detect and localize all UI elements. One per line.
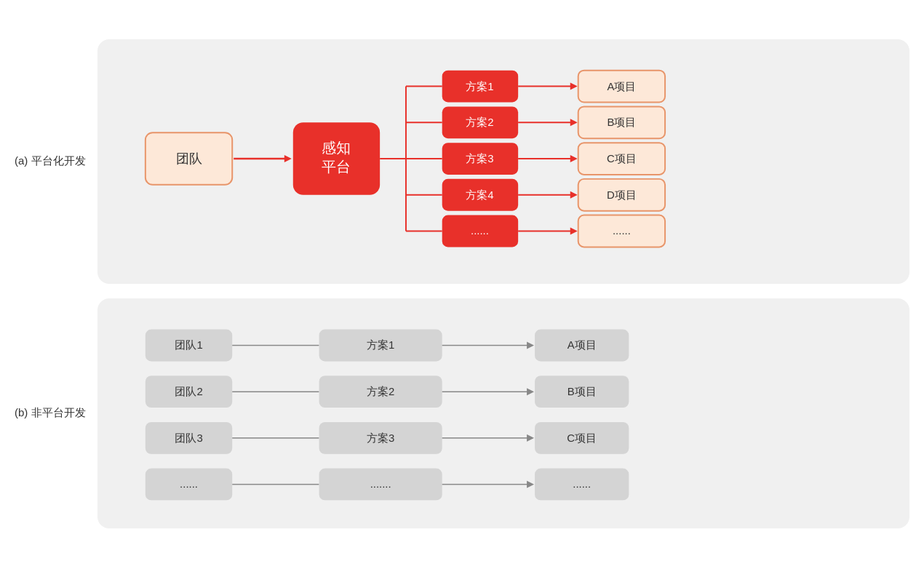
diagram-a-panel: 团队 感知 平台 <box>97 39 910 284</box>
svg-marker-71 <box>527 480 534 488</box>
diagram-b-content: 团队1 团队2 团队3 ...... <box>124 319 884 508</box>
svg-text:......: ...... <box>180 477 198 490</box>
svg-text:......: ...... <box>470 224 488 237</box>
svg-marker-67 <box>527 388 534 395</box>
svg-text:B项目: B项目 <box>567 385 596 397</box>
section-b-wrapper: (b) 非平台开发 团队1 团队2 团队3 ...... <box>15 298 909 528</box>
svg-text:方案3: 方案3 <box>466 151 493 164</box>
svg-marker-29 <box>570 155 577 162</box>
diagram-b-panel: 团队1 团队2 团队3 ...... <box>97 298 910 528</box>
svg-text:方案3: 方案3 <box>366 431 394 443</box>
svg-marker-31 <box>570 191 577 198</box>
svg-text:C项目: C项目 <box>567 431 597 443</box>
section-b-label: (b) 非平台开发 <box>15 406 86 420</box>
svg-text:团队1: 团队1 <box>175 338 202 351</box>
svg-marker-69 <box>527 434 534 441</box>
svg-text:方案1: 方案1 <box>466 79 493 92</box>
svg-text:方案2: 方案2 <box>366 385 394 397</box>
svg-text:A项目: A项目 <box>567 338 596 351</box>
svg-text:团队3: 团队3 <box>175 431 202 443</box>
svg-text:感知: 感知 <box>322 140 351 156</box>
diagram-a-content: 团队 感知 平台 <box>124 60 884 263</box>
svg-text:A项目: A项目 <box>607 79 636 92</box>
svg-text:方案1: 方案1 <box>366 338 394 351</box>
svg-text:平台: 平台 <box>322 158 351 174</box>
svg-text:......: ...... <box>573 477 591 490</box>
svg-marker-3 <box>284 155 291 162</box>
svg-marker-25 <box>570 82 577 90</box>
svg-text:方案4: 方案4 <box>466 188 493 200</box>
svg-text:......: ...... <box>612 224 630 237</box>
svg-text:方案2: 方案2 <box>466 116 493 128</box>
svg-text:团队2: 团队2 <box>175 385 202 397</box>
svg-text:D项目: D项目 <box>607 188 637 200</box>
svg-marker-65 <box>527 341 534 349</box>
page-container: (a) 平台化开发 团队 感知 平台 <box>15 39 909 528</box>
svg-text:.......: ....... <box>370 477 391 490</box>
svg-text:C项目: C项目 <box>607 151 637 164</box>
section-a-wrapper: (a) 平台化开发 团队 感知 平台 <box>15 39 909 284</box>
svg-text:B项目: B项目 <box>607 116 636 128</box>
svg-marker-27 <box>570 119 577 126</box>
section-a-label: (a) 平台化开发 <box>15 154 86 168</box>
svg-text:团队: 团队 <box>175 151 202 165</box>
svg-marker-33 <box>570 227 577 234</box>
